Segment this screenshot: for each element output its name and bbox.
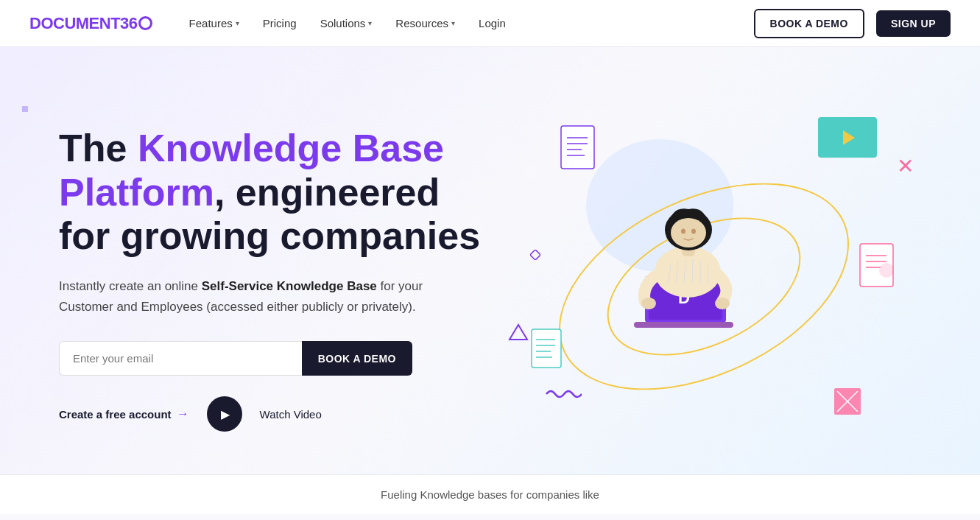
decorative-dot — [22, 106, 28, 112]
signup-button[interactable]: SIGN UP — [876, 10, 951, 37]
svg-rect-22 — [634, 322, 733, 328]
svg-rect-18 — [530, 250, 540, 260]
watch-video-button[interactable]: ▶ — [207, 396, 242, 432]
nav-actions: BOOK A DEMO SIGN UP — [754, 9, 951, 38]
nav-item-pricing[interactable]: Pricing — [263, 17, 297, 29]
diamond-decoration — [530, 250, 540, 263]
floating-document-1 — [560, 124, 600, 175]
chevron-down-icon: ▾ — [368, 19, 372, 27]
arrow-right-icon: → — [177, 407, 189, 421]
triangle-decoration — [508, 322, 529, 345]
svg-point-36 — [691, 229, 696, 234]
squiggle-decoration — [545, 387, 582, 404]
chevron-down-icon: ▾ — [236, 19, 239, 27]
email-input[interactable] — [59, 341, 302, 376]
footer-bar: Fueling Knowledge bases for companies li… — [0, 474, 980, 514]
hero-content: The Knowledge Base Platform, engineered … — [59, 127, 486, 432]
svg-point-35 — [681, 229, 685, 234]
hero-section: The Knowledge Base Platform, engineered … — [0, 47, 980, 474]
navbar: DOCUMENT36 Features ▾ Pricing Solutions … — [0, 0, 980, 47]
nav-item-solutions[interactable]: Solutions ▾ — [320, 17, 373, 29]
svg-rect-10 — [532, 329, 561, 368]
cross-decoration: ✕ — [897, 154, 914, 178]
watch-video-label: Watch Video — [260, 408, 322, 421]
footer-text: Fueling Knowledge bases for companies li… — [381, 488, 599, 501]
hero-cta-row: Create a free account → ▶ Watch Video — [59, 396, 486, 432]
hero-title: The Knowledge Base Platform, engineered … — [59, 127, 486, 259]
floating-video-box — [818, 117, 877, 158]
email-form: BOOK A DEMO — [59, 341, 412, 376]
book-demo-form-button[interactable]: BOOK A DEMO — [302, 341, 412, 376]
hero-illustration: ✕ — [486, 95, 921, 463]
hero-description: Instantly create an online Self-Service … — [59, 276, 427, 317]
create-account-link[interactable]: Create a free account → — [59, 407, 189, 421]
logo[interactable]: DOCUMENT36 — [29, 14, 152, 33]
floating-document-2 — [859, 242, 899, 293]
svg-point-34 — [671, 218, 706, 247]
svg-point-9 — [879, 263, 894, 278]
person-illustration: D — [608, 180, 755, 342]
video-play-icon — [843, 130, 855, 145]
brand-name: DOCUMENT36 — [29, 14, 152, 33]
pink-square-decoration — [833, 387, 862, 419]
play-icon: ▶ — [221, 407, 230, 421]
video-thumbnail — [818, 117, 877, 158]
nav-links: Features ▾ Pricing Solutions ▾ Resources… — [189, 17, 754, 29]
nav-item-login[interactable]: Login — [479, 17, 506, 29]
floating-document-3 — [530, 328, 567, 375]
book-demo-button[interactable]: BOOK A DEMO — [754, 9, 864, 38]
svg-rect-0 — [561, 126, 594, 169]
svg-point-30 — [641, 298, 656, 309]
nav-item-features[interactable]: Features ▾ — [189, 17, 239, 29]
chevron-down-icon: ▾ — [451, 19, 455, 27]
svg-point-31 — [715, 298, 730, 309]
nav-item-resources[interactable]: Resources ▾ — [395, 17, 455, 29]
